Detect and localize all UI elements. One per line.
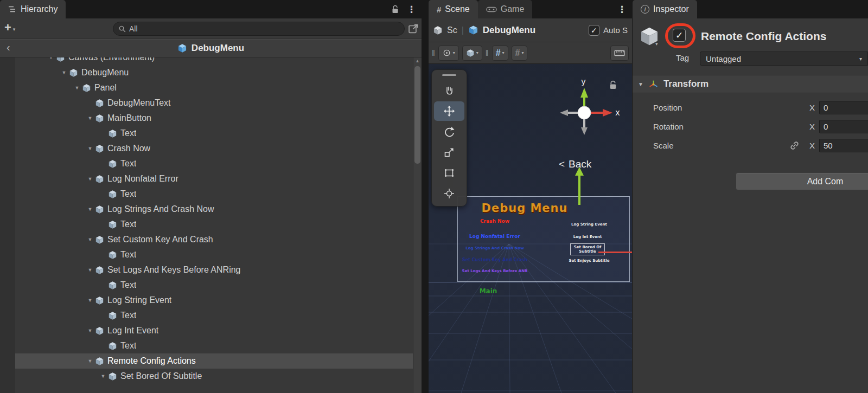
position-x-field[interactable] xyxy=(819,101,868,114)
cube-icon xyxy=(95,296,104,305)
scene-crumb-label[interactable]: Sc xyxy=(447,25,457,35)
tree-item-label: Text xyxy=(120,311,136,320)
tree-item[interactable]: Text xyxy=(15,247,413,262)
foldout-open-icon[interactable]: ▼ xyxy=(85,146,95,151)
snap-increment-button[interactable] xyxy=(610,46,629,61)
tab-game[interactable]: Game xyxy=(478,0,533,18)
foldout-open-icon[interactable]: ▼ xyxy=(85,358,95,364)
hierarchy-tree: ▼Canvas (Environment)▼DebugMenu▼PanelDeb… xyxy=(15,57,413,393)
tree-item[interactable]: Text xyxy=(15,308,413,323)
scrollbar-thumb[interactable] xyxy=(414,66,420,164)
view-options-dropdown[interactable]: ▾ xyxy=(462,46,482,61)
axis-x-label: X xyxy=(809,122,815,131)
tree-item[interactable]: ▼MainButton xyxy=(15,111,413,126)
tab-hierarchy[interactable]: Hierarchy xyxy=(0,0,66,18)
cube-icon xyxy=(95,175,104,184)
scene-viewport[interactable]: Debug MenuCrash NowLog Nonfatal ErrorLog… xyxy=(429,64,632,393)
hierarchy-scrollbar[interactable]: ▲ xyxy=(413,57,422,393)
tree-item[interactable]: Text xyxy=(15,126,413,141)
move-handle-y-axis[interactable] xyxy=(573,166,586,206)
foldout-open-icon[interactable]: ▼ xyxy=(85,298,95,303)
gamepad-icon xyxy=(486,6,497,13)
tag-dropdown[interactable]: Untagged ▾ xyxy=(700,51,868,66)
tree-item[interactable]: Text xyxy=(15,338,413,353)
tree-item[interactable]: ▼Set Bored Of Subtitle xyxy=(15,369,413,384)
tree-item[interactable]: DebugMenuText xyxy=(15,95,413,111)
tree-item[interactable]: ▼DebugMenu xyxy=(15,65,413,80)
inspector-header: ▾ ✓ Remote Config Actions xyxy=(633,24,868,50)
tree-item[interactable]: ▼Canvas (Environment) xyxy=(15,57,413,65)
check-icon: ✓ xyxy=(591,26,597,35)
back-arrow-glyph: < xyxy=(559,158,565,170)
tree-item[interactable]: ▼Log Nonfatal Error xyxy=(15,171,413,186)
grid-visibility-dropdown[interactable]: # ▾ xyxy=(492,46,508,61)
scroll-up-icon[interactable]: ▲ xyxy=(413,59,422,63)
chevron-down-icon[interactable]: ▾ xyxy=(655,41,658,47)
kebab-menu-icon[interactable]: ⋮ xyxy=(617,4,627,15)
foldout-open-icon[interactable]: ▼ xyxy=(85,115,95,121)
hierarchy-search-field[interactable] xyxy=(113,22,405,36)
chevron-down-icon: ▾ xyxy=(476,50,478,55)
move-handle-x-axis[interactable] xyxy=(598,252,632,253)
tree-item-label: Set Custom Key And Crash xyxy=(107,235,213,244)
rotate-tool-button[interactable] xyxy=(434,122,464,141)
tree-item[interactable]: ▼Log Int Event xyxy=(15,323,413,338)
tree-item[interactable]: Text xyxy=(15,156,413,171)
tree-item[interactable]: ▼Set Custom Key And Crash xyxy=(15,232,413,247)
breadcrumb-back-button[interactable]: ‹ xyxy=(7,41,10,54)
foldout-open-icon[interactable]: ▼ xyxy=(85,207,95,212)
hand-tool-button[interactable] xyxy=(434,81,464,100)
toolbar-drag-handle[interactable]: ‖ xyxy=(432,49,435,57)
lock-icon[interactable] xyxy=(391,5,399,14)
foldout-open-icon[interactable]: ▼ xyxy=(638,81,643,87)
tree-item[interactable]: ▼Log Strings And Crash Now xyxy=(15,202,413,217)
foldout-open-icon[interactable]: ▼ xyxy=(85,328,95,333)
tree-item[interactable]: ▼Remote Config Actions xyxy=(15,353,413,369)
foldout-open-icon[interactable]: ▼ xyxy=(46,57,56,60)
transform-tool-button[interactable] xyxy=(434,184,464,203)
autosave-checkbox[interactable]: ✓ xyxy=(589,25,599,36)
add-component-button[interactable]: Add Com xyxy=(736,172,868,190)
foldout-open-icon[interactable]: ▼ xyxy=(98,373,108,379)
tree-item[interactable]: ▼Log String Event xyxy=(15,293,413,308)
snap-grid-dropdown[interactable]: # ▾ xyxy=(512,46,528,61)
link-scale-icon[interactable] xyxy=(789,140,800,151)
tab-inspector[interactable]: i Inspector xyxy=(633,0,697,18)
foldout-open-icon[interactable]: ▼ xyxy=(59,70,69,75)
tree-item[interactable]: ▼Crash Now xyxy=(15,141,413,156)
tab-inspector-label: Inspector xyxy=(653,4,689,14)
svg-text:y: y xyxy=(581,77,586,87)
tree-item[interactable]: Text xyxy=(15,186,413,202)
scale-x-field[interactable] xyxy=(819,139,868,152)
rect-tool-button[interactable] xyxy=(434,163,464,183)
tree-item[interactable]: ▼Set Logs And Keys Before ANRing xyxy=(15,262,413,278)
scale-label: Scale xyxy=(653,141,674,150)
draw-mode-dropdown[interactable]: ▾ xyxy=(438,46,459,61)
scene-menu-item: Set Bored Of Subtitle xyxy=(570,243,605,255)
prefab-cube-icon xyxy=(177,43,187,53)
search-input[interactable] xyxy=(129,24,399,33)
grid-snap-icon: # xyxy=(515,48,520,58)
palette-drag-handle[interactable] xyxy=(442,74,456,76)
foldout-open-icon[interactable]: ▼ xyxy=(72,85,82,91)
autosave-toggle[interactable]: ✓ Auto S xyxy=(589,25,628,36)
tree-item[interactable]: Text xyxy=(15,217,413,232)
scale-tool-button[interactable] xyxy=(434,143,464,162)
hand-icon xyxy=(443,85,455,96)
move-tool-button[interactable] xyxy=(434,101,464,121)
tree-item[interactable]: Text xyxy=(15,278,413,293)
rotation-x-field[interactable] xyxy=(819,120,868,133)
kebab-menu-icon[interactable]: ⋮ xyxy=(407,4,416,15)
search-popout-icon[interactable] xyxy=(407,23,419,35)
foldout-open-icon[interactable]: ▼ xyxy=(85,267,95,273)
transform-component-header[interactable]: ▼ Transform xyxy=(633,75,868,93)
gizmo-lock-icon[interactable] xyxy=(609,80,617,90)
active-checkbox[interactable]: ✓ xyxy=(673,29,686,42)
tab-game-label: Game xyxy=(501,4,525,14)
foldout-open-icon[interactable]: ▼ xyxy=(85,176,95,182)
breadcrumb-label[interactable]: DebugMenu xyxy=(192,43,244,54)
tab-scene[interactable]: # Scene xyxy=(429,0,478,18)
create-object-button[interactable]: + ▾ xyxy=(4,22,15,34)
tree-item[interactable]: ▼Panel xyxy=(15,80,413,95)
foldout-open-icon[interactable]: ▼ xyxy=(85,237,95,242)
